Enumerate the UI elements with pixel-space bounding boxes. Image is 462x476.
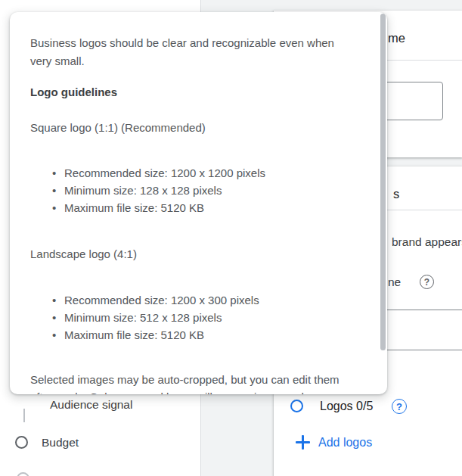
landscape-logo-section-title: Landscape logo (4:1) — [30, 247, 137, 261]
text-input[interactable] — [381, 82, 443, 120]
logo-guidelines-tooltip: Business logos should be clear and recog… — [10, 12, 387, 394]
guideline-item: • Recommended size: 1200 x 1200 pixels — [52, 164, 265, 182]
next-step-radio-icon — [17, 472, 29, 476]
step-connector-line — [23, 409, 25, 422]
guideline-item: • Minimum size: 128 x 128 pixels — [52, 182, 265, 199]
square-logo-guidelines-list: • Recommended size: 1200 x 1200 pixels •… — [52, 164, 265, 216]
text-input[interactable] — [378, 310, 462, 350]
page-background-top-strip — [201, 0, 462, 11]
tooltip-scrollbar-thumb[interactable] — [380, 14, 386, 350]
card2-heading-fragment: s — [393, 187, 399, 201]
business-name-label-fragment: ne — [388, 275, 401, 289]
guideline-item: • Minimum size: 512 x 128 pixels — [52, 309, 259, 326]
bullet-icon: • — [52, 199, 56, 216]
landscape-logo-guidelines-list: • Recommended size: 1200 x 300 pixels • … — [52, 291, 259, 344]
logos-count-label: Logos 0/5 — [320, 400, 373, 413]
sidebar-item-audience-signal[interactable]: Audience signal — [50, 399, 132, 411]
question-mark-glyph: ? — [396, 401, 402, 412]
tooltip-paragraph-line: Business logos should be clear and recog… — [30, 36, 334, 50]
add-logos-button[interactable]: Add logos — [296, 435, 372, 450]
guideline-item: • Maximum file size: 5120 KB — [52, 326, 259, 344]
logos-status-radio-icon — [290, 400, 303, 412]
add-icon — [296, 435, 310, 450]
add-logos-label: Add logos — [318, 435, 372, 450]
guideline-item: • Recommended size: 1200 x 300 pixels — [52, 291, 259, 309]
tooltip-paragraph-line: very small. — [30, 54, 85, 68]
bullet-icon: • — [52, 309, 56, 326]
tooltip-footer-line: Selected images may be auto-cropped, but… — [30, 372, 340, 387]
bullet-icon: • — [52, 164, 56, 182]
bullet-icon: • — [52, 326, 56, 344]
bullet-icon: • — [52, 182, 56, 199]
brand-description-fragment: brand appears — [392, 235, 462, 249]
bullet-icon: • — [52, 291, 56, 309]
help-icon[interactable]: ? — [420, 275, 434, 289]
tooltip-footer-line: afterwards. Only approved logos will app… — [30, 390, 309, 394]
square-logo-section-title: Square logo (1:1) (Recommended) — [30, 120, 206, 135]
question-mark-glyph: ? — [424, 277, 429, 288]
card1-heading-fragment: me — [388, 31, 405, 45]
budget-step-radio-icon[interactable] — [15, 436, 28, 449]
tooltip-guidelines-heading: Logo guidelines — [30, 85, 117, 99]
logos-help-icon[interactable]: ? — [392, 399, 407, 414]
sidebar-item-budget[interactable]: Budget — [42, 437, 79, 449]
guideline-item: • Maximum file size: 5120 KB — [52, 199, 265, 216]
